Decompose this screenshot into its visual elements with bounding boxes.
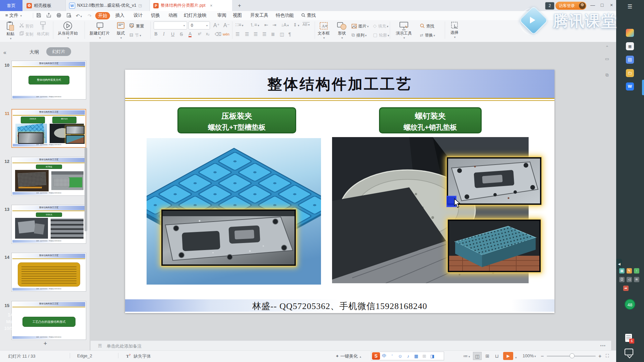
distribute-icon[interactable]: ≣	[271, 32, 275, 37]
missing-font-label[interactable]: 缺失字体	[133, 353, 151, 359]
phonetic-guide-icon[interactable]: wén	[223, 32, 229, 36]
tab-docer[interactable]: ✿ 稻壳模板	[22, 0, 66, 11]
green-label-screw-plate[interactable]: 螺钉装夹 螺纹孔+销孔垫板	[379, 107, 482, 133]
headset-icon[interactable]: Ω	[619, 277, 625, 282]
underline-icon[interactable]: U	[171, 32, 174, 37]
menu-find[interactable]: 查找	[301, 12, 316, 18]
zoom-out-button[interactable]: −	[541, 353, 544, 359]
share-arrow-icon[interactable]: ➦	[623, 286, 629, 291]
menu-tab-review[interactable]: 审阅	[217, 12, 226, 18]
tab-document-nx[interactable]: W NX12.0数控加...盛定稿-优化_v1 ◳	[66, 0, 150, 11]
line-spacing-icon[interactable]: ⇕▾	[293, 22, 299, 27]
menu-tab-transition[interactable]: 切换	[151, 12, 160, 18]
wubi-icon[interactable]: ⊞	[420, 354, 428, 359]
new-tab-button[interactable]: +	[235, 2, 244, 10]
menu-tab-special[interactable]: 特色功能	[276, 12, 294, 18]
font-size-select[interactable]: 0▾	[189, 21, 210, 29]
menu-tab-view[interactable]: 视图	[233, 12, 242, 18]
presentation-tools-button[interactable]: 演示工具▾	[392, 21, 416, 40]
menu-tab-design[interactable]: 设计	[133, 12, 143, 18]
strikethrough-icon[interactable]: S	[180, 32, 183, 37]
collapse-ribbon-icon[interactable]: ⌃	[604, 44, 610, 51]
notes-bar[interactable]: ☴ 单击此处添加备注 •••	[91, 341, 611, 351]
numbered-list-icon[interactable]: ⒈≡▾	[250, 22, 259, 28]
theme-name[interactable]: Edge_2	[77, 353, 92, 358]
bullet-list-icon[interactable]: ∷≡▾	[235, 22, 244, 27]
play-options-caret[interactable]: ▾	[515, 354, 517, 360]
palette-icon[interactable]	[626, 29, 634, 37]
zoom-in-button[interactable]: +	[598, 353, 601, 359]
shrink-font-icon[interactable]: A⁻	[223, 22, 230, 28]
replace-button[interactable]: ⇄ 替换▾	[420, 32, 435, 38]
save-icon[interactable]	[36, 13, 42, 19]
undo-icon[interactable]: ↶▾	[76, 13, 82, 19]
grid-tool-icon[interactable]: ▦	[619, 268, 625, 274]
superscript-icon[interactable]: x²	[198, 32, 201, 36]
one-click-beautify-button[interactable]: ✦ 一键美化 ▴	[335, 353, 361, 359]
skin-icon[interactable]: ◨	[428, 354, 436, 359]
slide-thumbnail-11-selected[interactable]: 整体结构件加工工艺 压板装夹 螺钉装夹 林盛-- QQ57205362、手机微信…	[11, 109, 86, 148]
layout-button[interactable]: 版式▾	[113, 21, 128, 40]
menu-tab-animation[interactable]: 动画	[168, 12, 177, 18]
character-spacing-icon[interactable]: AB▾	[303, 22, 310, 26]
punctuation-icon[interactable]: ’	[388, 354, 396, 359]
slide-title[interactable]: 整体结构件加工工艺	[125, 74, 554, 94]
italic-icon[interactable]: I	[163, 32, 165, 37]
decrease-indent-icon[interactable]: ⇤	[264, 22, 268, 27]
shapes-button[interactable]: 形状▾	[334, 21, 350, 40]
close-button[interactable]: ×	[607, 0, 616, 10]
card-icon[interactable]: ▤	[626, 56, 634, 64]
slide-editing-area[interactable]: 整体结构件加工工艺 压板装夹 螺纹孔+T型槽垫板 螺钉装夹 螺纹孔+销孔垫板	[125, 70, 554, 313]
play-from-current-button[interactable]: 从当前开始▾	[56, 21, 80, 40]
format-painter-button[interactable]: 格式刷	[35, 21, 51, 37]
arrange-button[interactable]: ⧉ 排列▾	[352, 32, 367, 38]
collapse-panel-button[interactable]: «	[3, 50, 6, 56]
menu-tab-slideshow[interactable]: 幻灯片放映	[184, 12, 207, 18]
slide-footer-text[interactable]: 林盛-- QQ57205362、手机微信15928168240	[125, 300, 554, 312]
fill-button[interactable]: ◇ 填充▾	[373, 23, 388, 29]
textbox-button[interactable]: A≡ 文本框▾	[315, 21, 332, 40]
select-button[interactable]: 选择▾	[447, 21, 462, 39]
slide-thumbnail-13[interactable]: 整体结构件加工工艺 专用夹具 林盛-- QQ57205362、手机微信15928…	[11, 205, 86, 244]
outline-button[interactable]: ▢ 轮廓▾	[373, 32, 389, 38]
upload-tool-icon[interactable]: ↑	[634, 268, 639, 274]
justify-icon[interactable]: ☰	[262, 32, 267, 37]
align-center-icon[interactable]: ☰	[245, 32, 249, 37]
add-slide-button[interactable]: +	[42, 340, 49, 347]
doc-bubble-icon[interactable]: ◳	[138, 3, 142, 8]
subscript-icon[interactable]: x₂	[206, 32, 210, 36]
keyboard-icon[interactable]: ▦	[412, 354, 420, 359]
align-right-icon[interactable]: ☰	[254, 32, 258, 37]
fixture-plate-photo[interactable]	[447, 157, 541, 205]
align-left-icon[interactable]: ☰	[235, 32, 242, 37]
new-slide-button[interactable]: 新建幻灯片▾	[87, 21, 112, 40]
slide-thumbnail-12[interactable]: 整体结构件加工工艺 真空吸盘 林盛-- QQ57205362、手机微信15928…	[11, 157, 86, 196]
fit-to-window-icon[interactable]: ⛶	[606, 353, 609, 359]
picture-button[interactable]: 图片▾	[352, 23, 369, 29]
notes-view-icon[interactable]: ≔▾	[462, 352, 471, 360]
more-options-icon[interactable]: •••	[600, 343, 606, 348]
calculator-icon[interactable]: ▦	[626, 42, 634, 50]
slide-thumbnail-10[interactable]: 整体结构件加工工艺 整体结构件装夹方式 林盛-- QQ57205362、手机微信…	[11, 61, 86, 100]
font-name-select[interactable]: ▾	[154, 21, 187, 29]
copy-button[interactable]: 复制	[19, 31, 33, 37]
find-button[interactable]: 查找	[420, 23, 434, 29]
sidebar-scrollbar[interactable]	[85, 147, 87, 231]
green-label-clamp-plate[interactable]: 压板装夹 螺纹孔+T型槽垫板	[177, 107, 296, 133]
text-direction-icon[interactable]: ↓A▾	[281, 22, 289, 27]
chat-bubble-icon[interactable]	[625, 349, 633, 355]
font-color-icon[interactable]: A	[189, 32, 192, 37]
tab-home[interactable]: 首页	[0, 0, 22, 11]
tab-slides-active[interactable]: 幻灯片	[46, 47, 71, 56]
columns-icon[interactable]: ◫	[280, 32, 284, 37]
increase-indent-icon[interactable]: ⇥	[272, 22, 276, 27]
voice-input-icon[interactable]: ♪	[404, 354, 412, 359]
zoom-slider-knob[interactable]	[570, 353, 575, 358]
ruler-toggle-icon[interactable]: ▭	[604, 56, 610, 62]
bold-icon[interactable]: B	[154, 32, 157, 37]
print-preview-icon[interactable]	[66, 13, 72, 19]
slide-sorter-icon[interactable]: ⊞	[483, 352, 492, 360]
print-icon[interactable]	[56, 13, 62, 19]
folder-icon[interactable]: 🗀	[626, 69, 634, 77]
document-count-badge[interactable]: 2	[545, 2, 554, 10]
